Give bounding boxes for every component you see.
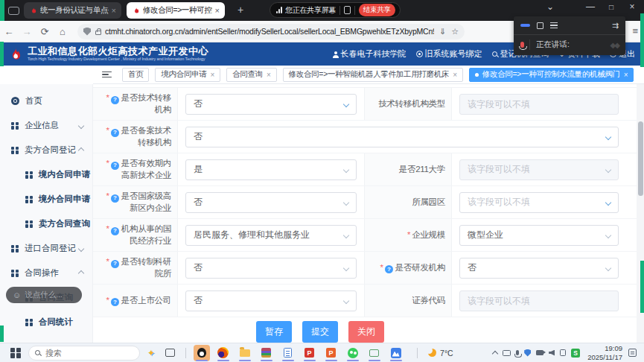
worktab-modify-grinder[interactable]: 修改合同=>一种智能机器人零件加工用打磨机床×	[283, 68, 463, 82]
account-menu[interactable]: 长春电子科技学院	[333, 48, 407, 60]
forward-icon[interactable]: →	[18, 26, 36, 37]
tracking-shield-icon[interactable]	[83, 28, 91, 36]
expand-panel-icon[interactable]: ⇉	[612, 21, 619, 31]
close-icon[interactable]: ×	[267, 71, 271, 79]
taskbar-clock[interactable]: 19:09 2025/11/17	[587, 344, 622, 362]
close-icon[interactable]: ×	[453, 71, 457, 79]
worktab-modify-valve-active[interactable]: 修改合同=>一种可控制水流量的机械阀门×	[469, 68, 634, 82]
taskbar-app-screencast[interactable]	[366, 345, 383, 361]
window-icon[interactable]	[8, 7, 19, 15]
restore-panel-icon[interactable]	[537, 22, 543, 29]
volume-icon[interactable]	[549, 350, 555, 356]
taskbar-app-wps-doc[interactable]	[280, 345, 296, 361]
help-icon[interactable]: ?	[385, 265, 393, 273]
tech-transfer-type-input[interactable]	[459, 94, 619, 115]
sidebar-item-import-contract-registration[interactable]: 进口合同登记	[0, 236, 92, 261]
sidebar-item-seller-contract-query[interactable]: 卖方合同查询	[0, 212, 92, 236]
taskbar-app-qq[interactable]	[194, 345, 210, 361]
chat-input-pill[interactable]: ☺ 说点什么...	[6, 287, 82, 303]
taskbar-app-winrar[interactable]	[258, 345, 275, 361]
help-icon[interactable]: ?	[111, 227, 119, 235]
taskbar-search[interactable]	[28, 346, 140, 361]
sidebar-item-seller-contract-registration[interactable]: 卖方合同登记	[0, 138, 92, 162]
sidebar-item-contract-operations[interactable]: 合同操作	[0, 261, 92, 285]
help-icon[interactable]: ?	[111, 260, 119, 268]
sidebar-item-overseas-contract-application[interactable]: 境外合同申请	[0, 187, 92, 212]
reload-icon[interactable]: ⟳	[36, 26, 54, 37]
is-211-university-select[interactable]: 该字段可以不填	[459, 159, 619, 180]
task-view-icon[interactable]	[165, 349, 175, 357]
browser-tab-modify-contract[interactable]: 修改合同=>一种可控制水流量 ×	[127, 2, 225, 19]
usb-icon[interactable]	[560, 349, 566, 356]
help-icon[interactable]: ?	[111, 194, 119, 203]
valid-high-tech-enterprise-select[interactable]: 是	[185, 159, 357, 180]
tech-transfer-org-select[interactable]: 否	[185, 94, 357, 115]
home-icon[interactable]: ⌂	[54, 26, 71, 37]
securities-code-input[interactable]	[459, 290, 619, 311]
mic-icon[interactable]	[516, 350, 519, 355]
maximize-window-icon[interactable]: □	[603, 3, 619, 11]
help-icon[interactable]: ?	[111, 129, 119, 137]
sidebar-item-domestic-contract-application[interactable]: 境内合同申请	[0, 162, 92, 187]
sidebar-item-home[interactable]: 首页	[0, 89, 92, 113]
help-icon[interactable]: ?	[111, 298, 119, 306]
emoji-icon[interactable]: ☺	[13, 290, 21, 299]
enterprise-scale-select[interactable]: 微型企业	[459, 225, 619, 246]
close-button[interactable]: 关闭	[348, 321, 384, 343]
url-bar[interactable]: ctmht.chinatorch.org.cn/admin/entSeller/…	[77, 24, 465, 39]
taskbar-app-ppt[interactable]: P	[323, 345, 339, 361]
notification-center-icon[interactable]	[628, 349, 637, 357]
url-text[interactable]: ctmht.chinatorch.org.cn/admin/entSeller/…	[105, 27, 434, 36]
worktab-home[interactable]: 首页	[122, 68, 149, 82]
help-icon[interactable]: ?	[111, 162, 119, 170]
shared-window-icon[interactable]	[344, 6, 351, 14]
worktab-contract-query[interactable]: 合同查询×	[226, 68, 276, 82]
close-icon[interactable]: ×	[215, 6, 220, 15]
close-icon[interactable]: ×	[112, 6, 116, 15]
minimize-panel-icon[interactable]	[520, 24, 530, 27]
minimize-window-icon[interactable]: —	[582, 1, 599, 12]
sidebar-item-contract-statistics[interactable]: 合同统计	[0, 310, 92, 334]
lock-icon[interactable]	[95, 31, 101, 35]
search-input[interactable]	[45, 349, 112, 358]
taskbar-app-explorer[interactable]	[237, 345, 253, 361]
sidebar-item-enterprise-info[interactable]: 企业信息	[0, 113, 92, 138]
softether-icon[interactable]: S	[571, 349, 580, 358]
stop-sharing-button[interactable]: 结束共享	[359, 4, 395, 16]
worktab-domestic-application[interactable]: 境内合同申请×	[155, 68, 220, 82]
listed-company-select[interactable]: 否	[185, 290, 357, 311]
submit-button[interactable]: 提交	[302, 321, 338, 343]
taskbar-app-wechat[interactable]	[345, 345, 361, 361]
browser-menu-icon[interactable]: ≡	[632, 25, 638, 36]
panel-menu-icon[interactable]	[550, 22, 558, 28]
old-system-binding-link[interactable]: 旧系统账号绑定	[416, 48, 482, 60]
defender-shield-icon[interactable]	[524, 349, 531, 357]
start-button[interactable]	[10, 348, 21, 358]
tab-search-caret-icon[interactable]: ⌄	[542, 1, 558, 12]
collapse-menu-icon[interactable]	[102, 72, 112, 78]
back-icon[interactable]: ←	[0, 26, 18, 37]
copilot-sparkle-icon[interactable]: ✦	[147, 348, 155, 358]
close-icon[interactable]: ×	[211, 71, 215, 79]
help-icon[interactable]: ?	[111, 96, 119, 104]
save-draft-button[interactable]: 暂存	[256, 321, 292, 343]
temperature[interactable]: 7°C	[440, 349, 453, 358]
close-window-icon[interactable]: ×	[624, 1, 640, 12]
scrollbar-thumb[interactable]	[638, 121, 643, 196]
weather-moon-icon[interactable]	[428, 349, 436, 357]
taskbar-app-firefox[interactable]	[215, 345, 232, 361]
national-high-tech-zone-select[interactable]: 否	[185, 192, 357, 213]
bookmark-star-icon[interactable]: ☆	[451, 27, 459, 36]
browser-tab-sso[interactable]: 统一身份认证与单点登录平台 ×	[24, 2, 121, 19]
national-economy-industry-select[interactable]: 居民服务、修理和其他服务业	[185, 225, 357, 246]
camera-icon[interactable]	[536, 350, 543, 355]
converted-research-institute-select[interactable]: 否	[185, 258, 357, 279]
display-icon[interactable]	[503, 350, 511, 356]
close-icon[interactable]: ×	[624, 71, 628, 79]
registered-tech-transfer-org-select[interactable]: 否	[185, 127, 619, 147]
tray-expand-chevron-icon[interactable]	[492, 351, 498, 357]
taskbar-app-cloud-drive[interactable]	[388, 345, 404, 361]
industrial-park-select[interactable]: 该字段可以不填	[459, 192, 619, 213]
save-page-icon[interactable]: ⇓	[439, 27, 446, 36]
taskbar-app-pdf[interactable]: P	[302, 345, 318, 361]
